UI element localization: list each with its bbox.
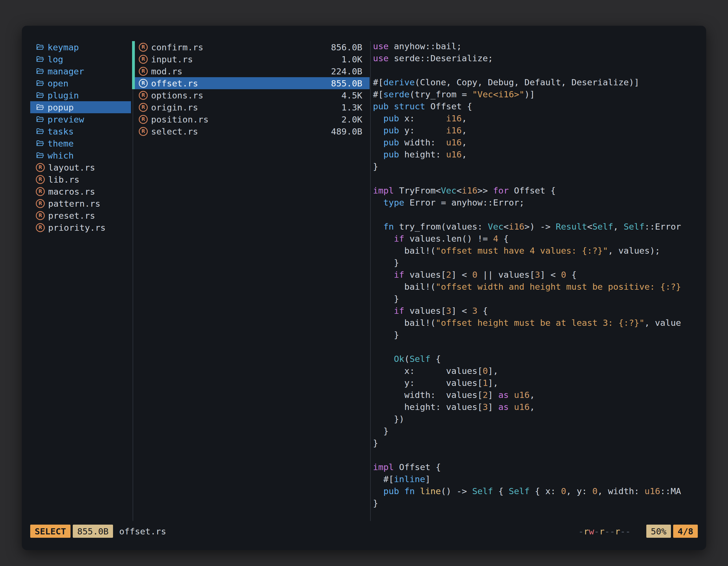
file-row[interactable]: options.rs 4.5K [133, 89, 370, 101]
file-name: confirm.rs [151, 42, 203, 52]
parent-directory-item[interactable]: plugin [30, 89, 131, 101]
parent-directory-item[interactable]: preset.rs [30, 210, 131, 222]
cursor-position-badge: 4/8 [673, 525, 698, 538]
code-line: }) [373, 414, 704, 426]
code-line: x: values[0], [373, 366, 704, 378]
rust-file-icon [139, 43, 148, 52]
parent-directory-item[interactable]: macros.rs [30, 186, 131, 198]
code-line: } [373, 498, 704, 510]
parent-directory-list: keymap log manager [30, 41, 131, 234]
rust-file-icon [36, 187, 45, 196]
code-line: if values.len() != 4 { [373, 234, 704, 246]
permission-char: r [615, 526, 620, 536]
file-name: origin.rs [151, 102, 198, 112]
code-line: pub x: i16, [373, 113, 704, 125]
parent-directory-item[interactable]: pattern.rs [30, 198, 131, 210]
code-line: } [373, 258, 704, 270]
code-line: bail!("offset width and height must be p… [373, 282, 704, 293]
file-preview-pane: use anyhow::bail;use serde::Deserialize;… [373, 41, 704, 510]
parent-directory-item[interactable]: layout.rs [30, 161, 131, 173]
item-name: preview [48, 114, 84, 125]
code-line: } [373, 293, 704, 305]
file-size: 856.0B [331, 42, 362, 52]
code-line: if values[3] < 3 { [373, 305, 704, 318]
code-line [373, 210, 704, 222]
code-line: height: values[3] as u16, [373, 402, 704, 414]
folder-open-icon [36, 91, 44, 100]
folder-open-icon [36, 103, 44, 112]
code-line: Ok(Self { [373, 354, 704, 366]
parent-directory-item[interactable]: theme [30, 137, 131, 149]
folder-open-icon [36, 127, 44, 136]
code-line [373, 450, 704, 462]
file-name: options.rs [151, 90, 203, 100]
permission-char: -- [620, 526, 631, 536]
item-name: keymap [48, 42, 79, 52]
code-line: bail!("offset must have 4 values: {:?}",… [373, 246, 704, 258]
code-line: } [373, 438, 704, 450]
parent-directory-item[interactable]: open [30, 77, 131, 89]
file-row[interactable]: origin.rs 1.3K [133, 101, 370, 113]
file-size-badge: 855.0B [73, 525, 113, 538]
code-line: } [373, 161, 704, 173]
code-line: impl Offset { [373, 462, 704, 474]
folder-open-icon [36, 139, 44, 148]
rust-file-icon [139, 91, 148, 100]
rust-file-icon [139, 55, 148, 64]
parent-directory-item[interactable]: which [30, 149, 131, 161]
file-row[interactable]: select.rs 489.0B [133, 125, 370, 137]
rust-file-icon [36, 211, 45, 220]
code-line: fn try_from(values: Vec<i16>) -> Result<… [373, 222, 704, 234]
folder-open-icon [36, 151, 44, 160]
item-name: tasks [48, 126, 74, 137]
code-line: if values[2] < 0 || values[3] < 0 { [373, 270, 704, 282]
file-row[interactable]: position.rs 2.0K [133, 113, 370, 125]
code-line: } [373, 426, 704, 438]
item-name: macros.rs [48, 187, 95, 197]
item-name: pattern.rs [48, 199, 100, 209]
parent-directory-item[interactable]: priority.rs [30, 222, 131, 234]
file-row[interactable]: offset.rs 855.0B [133, 77, 370, 89]
code-line: pub struct Offset { [373, 101, 704, 113]
status-bar: SELECT 855.0B offset.rs -rw-r--r-- 50% 4… [30, 525, 698, 538]
permission-char: -- [605, 526, 615, 536]
current-directory-list: confirm.rs 856.0B input.rs 1.0K [133, 41, 370, 137]
file-size: 1.0K [341, 54, 362, 64]
parent-directory-item[interactable]: popup [30, 101, 131, 113]
rust-file-icon [139, 127, 148, 136]
parent-directory-item[interactable]: lib.rs [30, 173, 131, 186]
file-size: 2.0K [341, 114, 362, 125]
code-line: pub fn line() -> Self { Self { x: 0, y: … [373, 486, 704, 498]
item-name: manager [48, 66, 84, 76]
parent-directory-item[interactable]: manager [30, 65, 131, 77]
parent-directory-item[interactable]: log [30, 53, 131, 65]
folder-open-icon [36, 67, 44, 76]
parent-directory-item[interactable]: keymap [30, 41, 131, 53]
code-line [373, 173, 704, 186]
rust-file-icon [139, 115, 148, 124]
code-line: y: values[1], [373, 378, 704, 390]
terminal-window: keymap log manager [22, 26, 706, 550]
permission-char: - [578, 526, 584, 536]
permission-char: r [599, 526, 605, 536]
file-row[interactable]: confirm.rs 856.0B [133, 41, 370, 53]
file-name: select.rs [151, 126, 198, 137]
file-row[interactable]: input.rs 1.0K [133, 53, 370, 65]
item-name: priority.rs [48, 223, 105, 233]
code-line: #[serde(try_from = "Vec<i16>")] [373, 89, 704, 101]
code-line: #[inline] [373, 474, 704, 486]
file-name: position.rs [151, 114, 208, 125]
item-name: theme [48, 139, 74, 149]
item-name: popup [48, 102, 74, 112]
permission-char: - [594, 526, 599, 536]
code-line: pub y: i16, [373, 125, 704, 137]
item-name: lib.rs [48, 175, 79, 185]
file-size: 1.3K [341, 102, 362, 112]
parent-directory-item[interactable]: tasks [30, 125, 131, 137]
file-size: 224.0B [331, 66, 362, 76]
file-row[interactable]: mod.rs 224.0B [133, 65, 370, 77]
parent-directory-item[interactable]: preview [30, 113, 131, 125]
status-left-group: SELECT 855.0B offset.rs [30, 525, 166, 538]
code-line: use serde::Deserialize; [373, 53, 704, 65]
folder-open-icon [36, 55, 44, 64]
